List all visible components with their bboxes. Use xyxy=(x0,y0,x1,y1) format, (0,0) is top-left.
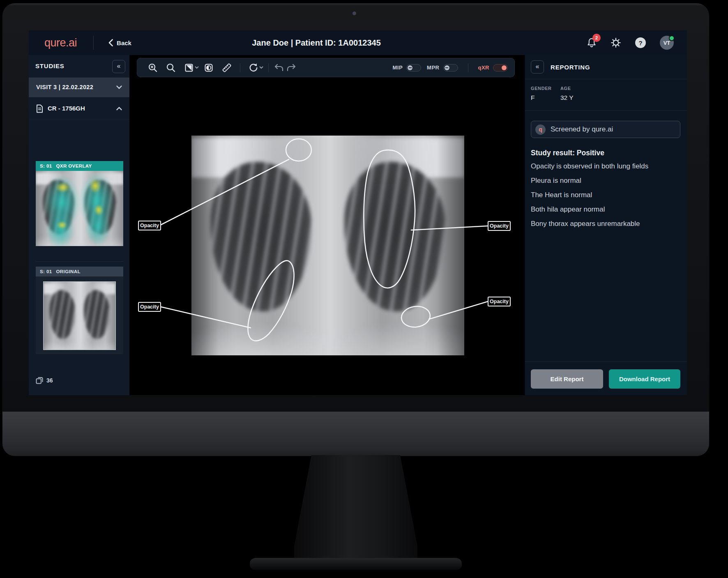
thumbnail-type: ORIGINAL xyxy=(56,269,81,274)
monitor-bezel: qure.ai Back Jane Doe | Patient ID: 1A00… xyxy=(2,3,709,456)
avatar-initials: VT xyxy=(663,40,670,46)
monitor-stand-neck xyxy=(294,455,417,559)
reporting-header: « REPORTING xyxy=(525,55,687,79)
qure-q-icon: q xyxy=(535,124,546,135)
gear-icon xyxy=(611,37,621,48)
window-level-icon xyxy=(184,63,194,73)
monitor-chin xyxy=(2,412,709,456)
mip-toggle[interactable] xyxy=(406,64,421,71)
chevron-down-icon[interactable] xyxy=(195,66,199,69)
help-button[interactable]: ? xyxy=(635,37,646,48)
toggle-knob xyxy=(502,65,507,70)
gender-value: F xyxy=(531,94,534,101)
stack-icon xyxy=(36,377,43,384)
finding-item: Bony thorax appears unremarkable xyxy=(531,219,680,228)
avatar[interactable]: VT xyxy=(660,36,674,50)
chest-xray-image[interactable] xyxy=(191,136,464,355)
studies-sidebar: STUDIES « VISIT 3 | 22.02.2022 CR - 1756… xyxy=(29,55,129,395)
thumbnail-image-qxr xyxy=(36,171,123,246)
thumbnail-header: S: 01 QXR OVERLAY xyxy=(36,161,123,171)
chevron-down-icon[interactable] xyxy=(259,66,263,69)
annotation-label[interactable]: Opacity xyxy=(488,297,511,306)
qxr-toggle-group[interactable]: qXR xyxy=(478,64,508,71)
monitor-stand-base xyxy=(250,558,462,570)
toolbar-divider xyxy=(468,63,468,72)
patient-title: Jane Doe | Patient ID: 1A0012345 xyxy=(226,30,407,55)
mip-toggle-group[interactable]: MIP xyxy=(392,64,421,71)
qure-logo: qure.ai xyxy=(44,37,77,49)
qxr-heatmap-overlay xyxy=(36,171,123,246)
mpr-toggle-group[interactable]: MPR xyxy=(427,64,458,71)
viewer-toolbar: MIP MPR qXR xyxy=(137,58,515,77)
contrast-tool[interactable] xyxy=(200,60,218,76)
chevron-down-icon xyxy=(116,85,122,89)
zoom-in-icon xyxy=(148,63,158,73)
mpr-toggle[interactable] xyxy=(443,64,458,71)
undo-button[interactable] xyxy=(273,60,285,76)
document-icon xyxy=(36,104,43,113)
redo-button[interactable] xyxy=(285,60,297,76)
thumbnail-series-no: S: 01 xyxy=(40,269,52,274)
toggle-knob xyxy=(445,65,449,70)
finding-item: Pleura is normal xyxy=(531,176,680,185)
online-status-dot xyxy=(669,35,675,41)
annotation-label[interactable]: Opacity xyxy=(488,221,511,231)
header-divider xyxy=(93,36,94,50)
thumbnail-qxr-overlay[interactable]: S: 01 QXR OVERLAY xyxy=(36,161,123,246)
app-window: qure.ai Back Jane Doe | Patient ID: 1A00… xyxy=(29,30,687,395)
visit-label: VISIT 3 | 22.02.2022 xyxy=(36,84,93,90)
mini-xray xyxy=(36,171,123,246)
finding-item: Both hila appear normal xyxy=(531,205,680,214)
edit-report-button[interactable]: Edit Report xyxy=(531,369,603,389)
sidebar-collapse-button[interactable]: « xyxy=(112,60,125,73)
study-result: Study result: Positive xyxy=(531,149,680,157)
annotation-label[interactable]: Opacity xyxy=(138,221,161,230)
search-tool[interactable] xyxy=(162,60,180,76)
zoom-in-tool[interactable] xyxy=(144,60,162,76)
measure-tool[interactable] xyxy=(218,60,236,76)
series-label: CR - 1756GH xyxy=(48,105,85,112)
redo-icon xyxy=(286,64,296,72)
visit-row[interactable]: VISIT 3 | 22.02.2022 xyxy=(29,78,129,98)
reporting-title: REPORTING xyxy=(551,64,590,71)
chevron-up-icon xyxy=(116,107,122,111)
download-report-button[interactable]: Download Report xyxy=(609,369,680,389)
reporting-collapse-button[interactable]: « xyxy=(531,60,544,74)
settings-button[interactable] xyxy=(611,37,621,48)
image-count-value: 36 xyxy=(46,377,53,384)
sidebar-divider xyxy=(36,261,123,262)
gender-label: GENDER xyxy=(531,86,552,91)
mip-label: MIP xyxy=(392,64,403,71)
qxr-label: qXR xyxy=(478,64,490,71)
report-actions: Edit Report Download Report xyxy=(525,362,687,395)
toolbar-divider xyxy=(268,63,269,72)
toolbar-divider xyxy=(240,63,240,72)
qxr-toggle[interactable] xyxy=(493,64,508,71)
thumbnail-series-no: S: 01 xyxy=(40,163,52,168)
ruler-icon xyxy=(221,62,232,73)
studies-title: STUDIES xyxy=(35,62,65,69)
screened-by-text: Screened by qure.ai xyxy=(551,125,613,134)
notification-badge: 2 xyxy=(592,34,601,42)
mini-xray xyxy=(44,282,115,350)
thumbnail-type: QXR OVERLAY xyxy=(56,163,92,168)
search-icon xyxy=(166,63,176,73)
annotation-label[interactable]: Opacity xyxy=(138,302,161,312)
back-button[interactable]: Back xyxy=(108,39,131,46)
studies-header: STUDIES « xyxy=(29,55,129,78)
thumbnail-image-original xyxy=(44,282,115,350)
mpr-label: MPR xyxy=(427,64,439,71)
thumbnail-original[interactable]: S: 01 ORIGINAL xyxy=(36,267,123,354)
series-row[interactable]: CR - 1756GH xyxy=(29,98,129,120)
patient-demographics: GENDER F AGE 32 Y xyxy=(525,79,687,111)
findings-list: Opacity is observed in both lung fields … xyxy=(531,161,680,229)
screened-by-badge: q Screened by qure.ai xyxy=(531,121,680,138)
contrast-icon xyxy=(204,63,214,73)
webcam-dot xyxy=(352,12,356,15)
chevron-left-icon xyxy=(108,39,113,46)
rotate-icon xyxy=(248,62,259,73)
notifications-button[interactable]: 2 xyxy=(587,37,597,48)
age-value: 32 Y xyxy=(560,94,574,101)
age-label: AGE xyxy=(560,86,571,91)
toggle-knob xyxy=(408,65,412,70)
